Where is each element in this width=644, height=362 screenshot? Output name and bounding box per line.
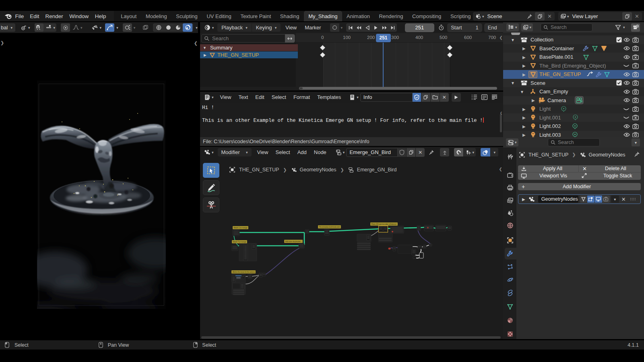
svg-text:Mesh ? or merge: Mesh ? or merge <box>233 241 246 243</box>
svg-text:Add more via preview...: Add more via preview... <box>285 240 302 243</box>
svg-text:Mesh 1 to merge: Mesh 1 to merge <box>234 226 248 229</box>
svg-text:Para GN gonna take whatever: Para GN gonna take whatever <box>372 223 397 225</box>
svg-text:The emerging mesh/node point: The emerging mesh/node point <box>319 226 340 228</box>
svg-text:(Before the move) for the came: (Before the move) for the camera <box>233 271 255 273</box>
